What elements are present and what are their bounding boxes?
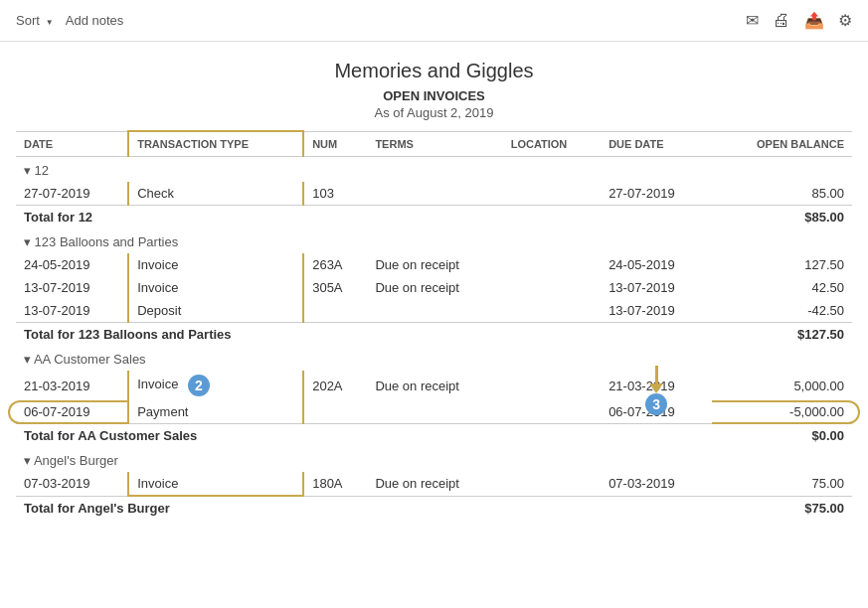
table-row[interactable]: 27-07-2019 Check 103 27-07-2019 85.00 <box>16 182 852 206</box>
cell-due-date: 13-07-2019 <box>601 276 712 299</box>
cell-terms <box>367 182 502 206</box>
cell-due-date: 13-07-2019 <box>601 299 712 323</box>
toolbar: Sort Add notes ✉ 🖨 📤 ⚙ <box>0 0 868 42</box>
cell-num: 305A <box>303 276 367 299</box>
table-row[interactable]: 13-07-2019 Invoice 305A Due on receipt 1… <box>16 276 852 299</box>
invoices-table: DATE TRANSACTION TYPE NUM TERMS LOCATION… <box>16 130 852 520</box>
arrow-line <box>655 366 658 383</box>
print-icon[interactable]: 🖨 <box>773 10 790 31</box>
payment-row[interactable]: 06-07-2019 Payment 06-07-2019 -5,000.00 <box>16 400 852 424</box>
group-header-123balloons: ▾ 123 Balloons and Parties <box>16 228 852 253</box>
group-name-angelsburger: ▾ Angel's Burger <box>16 447 852 472</box>
table-body: ▾ 12 27-07-2019 Check 103 27-07-2019 85.… <box>16 157 852 521</box>
report-header: Memories and Giggles OPEN INVOICES As of… <box>0 42 868 130</box>
cell-date: 06-07-2019 <box>16 400 128 424</box>
sort-label: Sort <box>16 13 40 28</box>
cell-due-date: 27-07-2019 <box>601 182 712 206</box>
col-due-date: DUE DATE <box>601 131 712 157</box>
cell-date: 24-05-2019 <box>16 253 128 276</box>
group-header-angelsburger: ▾ Angel's Burger <box>16 447 852 472</box>
group-header-aacustomer: ▾ AA Customer Sales <box>16 346 852 371</box>
badge-3: 3 <box>645 393 667 415</box>
cell-transaction-type: Check <box>128 182 303 206</box>
cell-terms <box>367 299 502 323</box>
report-subtitle: OPEN INVOICES <box>0 88 868 103</box>
cell-date: 07-03-2019 <box>16 472 128 496</box>
sort-button[interactable]: Sort <box>16 13 54 28</box>
group-total-aacustomer: Total for AA Customer Sales $0.00 <box>16 424 852 448</box>
col-transaction-type: TRANSACTION TYPE <box>128 131 303 157</box>
cell-transaction-type: Invoice <box>128 472 303 496</box>
cell-date: 27-07-2019 <box>16 182 128 206</box>
cell-open-balance: 42.50 <box>712 276 852 299</box>
settings-icon[interactable]: ⚙ <box>838 11 852 30</box>
cell-open-balance: 85.00 <box>712 182 852 206</box>
cell-num <box>303 400 367 424</box>
toolbar-left: Sort Add notes <box>16 13 123 28</box>
group-total-label-aacustomer: Total for AA Customer Sales <box>16 424 712 448</box>
cell-due-date: 24-05-2019 <box>601 253 712 276</box>
table-row[interactable]: 24-05-2019 Invoice 263A Due on receipt 2… <box>16 253 852 276</box>
cell-transaction-type: Invoice 2 <box>128 371 303 400</box>
cell-num: 263A <box>303 253 367 276</box>
cell-location <box>503 182 601 206</box>
col-location: LOCATION <box>503 131 601 157</box>
group-total-value-angelsburger: $75.00 <box>712 496 852 520</box>
table-row[interactable]: 21-03-2019 Invoice 2 202A Due on receipt… <box>16 371 852 400</box>
group-total-label-angelsburger: Total for Angel's Burger <box>16 496 712 520</box>
group-name-123balloons: ▾ 123 Balloons and Parties <box>16 228 852 253</box>
table-row[interactable]: 07-03-2019 Invoice 180A Due on receipt 0… <box>16 472 852 496</box>
report-date: As of August 2, 2019 <box>0 105 868 120</box>
cell-num: 202A <box>303 371 367 400</box>
cell-transaction-type: Invoice <box>128 253 303 276</box>
cell-open-balance: 75.00 <box>712 472 852 496</box>
cell-terms: Due on receipt <box>367 253 502 276</box>
group-name-12: ▾ 12 <box>16 157 852 183</box>
cell-open-balance: 5,000.00 <box>712 371 852 400</box>
group-name-aacustomer: ▾ AA Customer Sales <box>16 346 852 371</box>
cell-location <box>503 400 601 424</box>
cell-num <box>303 299 367 323</box>
table-wrapper: DATE TRANSACTION TYPE NUM TERMS LOCATION… <box>0 130 868 520</box>
group-total-label-12: Total for 12 <box>16 206 712 229</box>
group-total-value-aacustomer: $0.00 <box>712 424 852 448</box>
table-container: DATE TRANSACTION TYPE NUM TERMS LOCATION… <box>16 130 852 520</box>
cell-location <box>503 253 601 276</box>
cell-location <box>503 299 601 323</box>
cell-open-balance: 127.50 <box>712 253 852 276</box>
cell-location <box>503 371 601 400</box>
cell-terms: Due on receipt <box>367 276 502 299</box>
group-total-angelsburger: Total for Angel's Burger $75.00 <box>16 496 852 520</box>
table-row[interactable]: 13-07-2019 Deposit 13-07-2019 -42.50 <box>16 299 852 323</box>
col-num: NUM <box>303 131 367 157</box>
group-total-12: Total for 12 $85.00 <box>16 206 852 229</box>
cell-date: 13-07-2019 <box>16 276 128 299</box>
cell-location <box>503 472 601 496</box>
cell-transaction-type: Invoice <box>128 276 303 299</box>
report-title: Memories and Giggles <box>0 60 868 82</box>
group-total-value-12: $85.00 <box>712 206 852 229</box>
add-notes-button[interactable]: Add notes <box>66 13 124 28</box>
col-open-balance: OPEN BALANCE <box>712 131 852 157</box>
cell-date: 13-07-2019 <box>16 299 128 323</box>
cell-transaction-type: Payment <box>128 400 303 424</box>
col-date: DATE <box>16 131 128 157</box>
cell-due-date: 07-03-2019 <box>601 472 712 496</box>
group-total-123balloons: Total for 123 Balloons and Parties $127.… <box>16 323 852 347</box>
sort-chevron-icon <box>44 13 54 28</box>
badge-2: 2 <box>188 375 210 396</box>
add-notes-label: Add notes <box>66 13 124 28</box>
toolbar-right: ✉ 🖨 📤 ⚙ <box>746 10 852 31</box>
cell-terms: Due on receipt <box>367 371 502 400</box>
cell-num: 103 <box>303 182 367 206</box>
table-header-row: DATE TRANSACTION TYPE NUM TERMS LOCATION… <box>16 131 852 157</box>
cell-terms: Due on receipt <box>367 472 502 496</box>
export-icon[interactable]: 📤 <box>804 11 824 30</box>
cell-terms <box>367 400 502 424</box>
cell-open-balance: -42.50 <box>712 299 852 323</box>
cell-transaction-type: Deposit <box>128 299 303 323</box>
cell-location <box>503 276 601 299</box>
cell-num: 180A <box>303 472 367 496</box>
email-icon[interactable]: ✉ <box>746 11 759 30</box>
group-total-label-123balloons: Total for 123 Balloons and Parties <box>16 323 712 347</box>
